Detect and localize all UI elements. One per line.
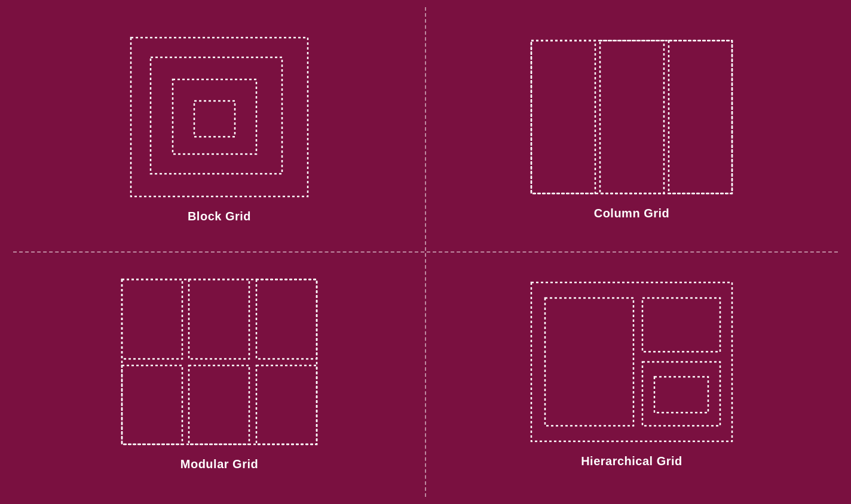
block-grid-label: Block Grid [188,210,251,223]
block-grid-svg [130,36,309,198]
svg-rect-18 [642,362,720,426]
main-container: Block Grid Column Grid [13,7,838,497]
svg-rect-2 [173,79,256,154]
column-grid-quadrant: Column Grid [426,7,838,252]
svg-rect-8 [122,279,317,444]
modular-grid-label: Modular Grid [180,457,258,471]
column-grid-label: Column Grid [594,207,670,220]
svg-rect-4 [531,41,732,193]
svg-rect-5 [531,41,595,193]
hierarchical-grid-label: Hierarchical Grid [581,454,682,468]
svg-rect-13 [189,365,249,444]
hierarchical-grid-svg [530,281,733,442]
modular-grid-svg [121,278,318,445]
svg-rect-17 [642,298,720,352]
svg-rect-1 [151,57,282,174]
svg-rect-0 [131,38,308,196]
svg-rect-12 [122,365,182,444]
column-grid-diagram [530,39,733,195]
svg-rect-7 [669,41,732,193]
svg-rect-19 [654,377,708,413]
svg-rect-6 [600,41,664,193]
svg-rect-16 [545,298,633,426]
svg-rect-3 [194,101,235,137]
svg-rect-11 [256,279,317,359]
block-grid-diagram [130,36,309,198]
modular-grid-quadrant: Modular Grid [13,252,426,497]
svg-rect-14 [256,365,317,444]
column-grid-svg [530,39,733,195]
svg-rect-9 [122,279,182,359]
hierarchical-grid-diagram [530,281,733,442]
hierarchical-grid-quadrant: Hierarchical Grid [426,252,838,497]
modular-grid-diagram [121,278,318,445]
svg-rect-10 [189,279,249,359]
block-grid-quadrant: Block Grid [13,7,426,252]
